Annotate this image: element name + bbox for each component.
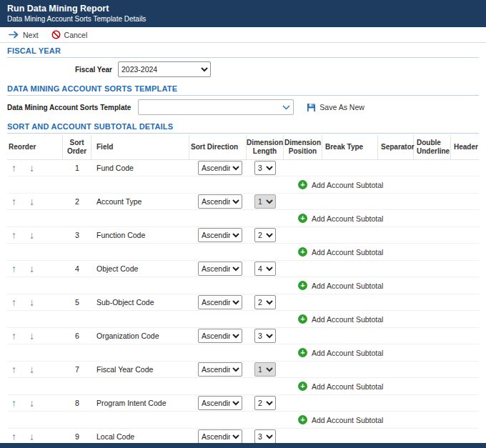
arrow-down-icon[interactable]: ↓: [29, 163, 34, 173]
double-underline-cell: [414, 194, 451, 209]
arrow-down-icon[interactable]: ↓: [29, 398, 34, 408]
sort-row: ↑ ↓ 8 Program Intent Code Ascending 2: [7, 395, 479, 412]
double-underline-cell: [414, 362, 451, 377]
field-name: Account Type: [91, 194, 189, 209]
arrow-down-icon[interactable]: ↓: [29, 230, 34, 240]
template-row: Data Mining Account Sorts Template Save …: [7, 96, 479, 119]
sort-order-value: 8: [63, 395, 91, 411]
save-icon: [307, 103, 316, 112]
sort-row-group: ↑ ↓ 5 Sub-Object Code Ascending 2 + Add …: [7, 294, 479, 328]
plus-circle-icon[interactable]: +: [298, 382, 307, 391]
separator-cell: [378, 362, 414, 377]
separator-cell: [378, 328, 414, 344]
cancel-button[interactable]: Cancel: [51, 30, 88, 39]
separator-cell: [378, 227, 414, 243]
plus-circle-icon[interactable]: +: [298, 348, 307, 357]
add-account-subtotal-row[interactable]: + Add Account Subtotal: [7, 344, 479, 362]
sort-direction-select[interactable]: Ascending: [198, 194, 242, 209]
dimension-length-select[interactable]: 2: [254, 295, 276, 309]
dimension-length-select[interactable]: 3: [254, 161, 276, 175]
sort-row-group: ↑ ↓ 6 Organization Code Ascending 3 + Ad…: [7, 328, 479, 362]
arrow-up-icon[interactable]: ↑: [11, 398, 16, 408]
arrow-down-icon[interactable]: ↓: [29, 297, 34, 307]
reorder-cell: ↑ ↓: [7, 362, 63, 377]
header-cell: [451, 328, 479, 344]
dimension-position-cell: [284, 362, 322, 377]
dimension-length-select[interactable]: 2: [254, 396, 276, 410]
chevron-down-icon[interactable]: [279, 105, 293, 110]
next-button[interactable]: Next: [9, 31, 39, 39]
add-account-subtotal-row[interactable]: + Add Account Subtotal: [7, 378, 479, 395]
arrow-up-icon[interactable]: ↑: [11, 432, 16, 442]
arrow-up-icon[interactable]: ↑: [11, 297, 16, 307]
double-underline-cell: [414, 227, 451, 243]
arrow-up-icon[interactable]: ↑: [11, 196, 16, 206]
arrow-down-icon[interactable]: ↓: [29, 331, 34, 341]
field-name: Object Code: [91, 261, 189, 277]
fiscal-year-select[interactable]: 2023-2024: [118, 61, 211, 77]
plus-circle-icon[interactable]: +: [298, 214, 307, 223]
arrow-down-icon[interactable]: ↓: [29, 196, 34, 206]
arrow-down-icon[interactable]: ↓: [29, 264, 34, 274]
break-type-cell: [322, 194, 378, 209]
sort-direction-select[interactable]: Ascending: [198, 429, 242, 444]
add-account-subtotal-row[interactable]: + Add Account Subtotal: [7, 412, 479, 429]
sort-direction-cell: Ascending: [189, 160, 247, 176]
sort-direction-select[interactable]: Ascending: [198, 396, 242, 410]
arrow-down-icon[interactable]: ↓: [29, 432, 34, 442]
reorder-cell: ↑ ↓: [7, 294, 63, 310]
sort-row: ↑ ↓ 7 Fiscal Year Code Ascending 1: [7, 362, 479, 378]
sort-row: ↑ ↓ 4 Object Code Ascending 4: [7, 261, 479, 277]
add-account-subtotal-row[interactable]: + Add Account Subtotal: [7, 311, 479, 328]
column-header-sort-direction: Sort Direction: [189, 135, 247, 159]
reorder-cell: ↑ ↓: [7, 429, 63, 444]
sort-direction-select[interactable]: Ascending: [198, 228, 242, 242]
plus-circle-icon[interactable]: +: [298, 415, 307, 424]
header-cell: [451, 362, 479, 377]
fiscal-year-row: Fiscal Year 2023-2024: [7, 58, 479, 81]
column-header-header: Header: [451, 135, 479, 159]
sort-direction-select[interactable]: Ascending: [198, 161, 242, 175]
sort-row-group: ↑ ↓ 1 Fund Code Ascending 3 + Add Accoun…: [7, 160, 479, 194]
plus-circle-icon[interactable]: +: [298, 314, 307, 324]
sort-row: ↑ ↓ 3 Function Code Ascending 2: [7, 227, 479, 244]
arrow-down-icon[interactable]: ↓: [29, 364, 34, 374]
separator-cell: [378, 160, 414, 176]
dimension-length-select[interactable]: 4: [254, 262, 276, 276]
sort-direction-select[interactable]: Ascending: [198, 295, 242, 309]
plus-circle-icon[interactable]: +: [298, 247, 307, 257]
next-button-label: Next: [23, 31, 39, 39]
break-type-cell: [322, 362, 378, 377]
add-account-subtotal-row[interactable]: + Add Account Subtotal: [7, 244, 479, 261]
column-header-break-type: Break Type: [322, 135, 378, 159]
sort-direction-select[interactable]: Ascending: [198, 329, 242, 343]
sort-order-value: 7: [63, 362, 91, 377]
sort-table-body: ↑ ↓ 1 Fund Code Ascending 3 + Add Accoun…: [7, 160, 479, 448]
header-cell: [451, 429, 479, 444]
template-combobox[interactable]: [138, 99, 294, 115]
arrow-up-icon[interactable]: ↑: [11, 364, 16, 374]
sort-direction-select[interactable]: Ascending: [198, 262, 242, 276]
sort-row: ↑ ↓ 1 Fund Code Ascending 3: [7, 160, 479, 176]
add-account-subtotal-row[interactable]: + Add Account Subtotal: [7, 176, 479, 194]
double-underline-cell: [414, 328, 451, 344]
dimension-length-select[interactable]: 3: [254, 329, 276, 343]
plus-circle-icon[interactable]: +: [298, 281, 307, 290]
arrow-up-icon[interactable]: ↑: [11, 163, 16, 173]
template-combobox-input[interactable]: [139, 101, 279, 114]
save-as-new-label: Save As New: [319, 103, 364, 111]
dimension-length-select[interactable]: 3: [254, 429, 276, 444]
double-underline-cell: [414, 429, 451, 444]
sort-direction-select[interactable]: Ascending: [198, 362, 242, 377]
arrow-up-icon[interactable]: ↑: [11, 331, 16, 341]
save-as-new-button[interactable]: Save As New: [307, 103, 364, 112]
fiscal-year-label: Fiscal Year: [7, 66, 118, 74]
dimension-length-select[interactable]: 2: [254, 228, 276, 242]
arrow-up-icon[interactable]: ↑: [11, 230, 16, 240]
add-account-subtotal-row[interactable]: + Add Account Subtotal: [7, 210, 479, 227]
arrow-up-icon[interactable]: ↑: [11, 264, 16, 274]
separator-cell: [378, 429, 414, 444]
dimension-length-select: 1: [254, 362, 276, 377]
add-account-subtotal-row[interactable]: + Add Account Subtotal: [7, 277, 479, 294]
plus-circle-icon[interactable]: +: [298, 180, 307, 189]
